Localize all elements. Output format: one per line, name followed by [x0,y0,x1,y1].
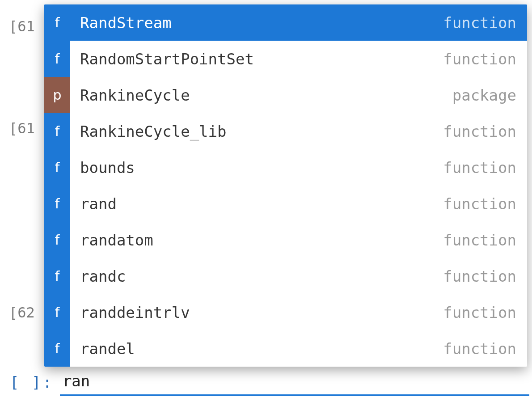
autocomplete-item-kind: function [443,14,527,32]
function-icon: f [44,186,70,222]
package-icon: p [44,77,70,113]
autocomplete-item[interactable]: fRandStreamfunction [44,4,527,41]
code-input[interactable] [60,369,529,396]
autocomplete-item-kind: function [443,123,527,140]
function-icon: f [44,258,70,294]
prompt-bracket: [ ]: [10,373,54,391]
autocomplete-item-kind: function [443,231,527,249]
autocomplete-item-kind: function [443,50,527,68]
autocomplete-item-kind: package [452,86,527,104]
autocomplete-item-name: randatom [70,231,443,249]
autocomplete-item[interactable]: franddeintrlvfunction [44,294,527,330]
input-row: [ ]: [10,369,529,396]
function-icon: f [44,4,70,41]
function-icon: f [44,149,70,186]
autocomplete-item-kind: function [443,195,527,213]
autocomplete-popup[interactable]: fRandStreamfunctionfRandomStartPointSetf… [44,4,527,367]
function-icon: f [44,222,70,258]
autocomplete-item[interactable]: fboundsfunction [44,149,527,186]
autocomplete-item[interactable]: frandelfunction [44,330,527,367]
autocomplete-item[interactable]: fRankineCycle_libfunction [44,113,527,149]
autocomplete-item-kind: function [443,340,527,358]
function-icon: f [44,113,70,149]
autocomplete-item-kind: function [443,304,527,321]
autocomplete-item-name: RandomStartPointSet [70,50,443,68]
autocomplete-item-name: bounds [70,159,443,177]
autocomplete-item-name: randc [70,267,443,285]
function-icon: f [44,41,70,77]
autocomplete-item[interactable]: frandcfunction [44,258,527,294]
autocomplete-item-name: RandStream [70,14,443,32]
autocomplete-item-name: rand [70,195,443,213]
autocomplete-item[interactable]: fRandomStartPointSetfunction [44,41,527,77]
autocomplete-item-kind: function [443,267,527,285]
function-icon: f [44,330,70,367]
autocomplete-item-name: randel [70,340,443,358]
autocomplete-item-name: randdeintrlv [70,304,443,321]
autocomplete-item-kind: function [443,159,527,177]
function-icon: f [44,294,70,330]
cell-prompt-61a: [61 [9,18,35,35]
cell-prompt-61b: [61 [9,120,35,137]
autocomplete-item[interactable]: frandatomfunction [44,222,527,258]
autocomplete-item[interactable]: frandfunction [44,186,527,222]
cell-prompt-62: [62 [9,304,35,321]
autocomplete-item[interactable]: pRankineCyclepackage [44,77,527,113]
autocomplete-item-name: RankineCycle [70,86,452,104]
autocomplete-item-name: RankineCycle_lib [70,123,443,140]
